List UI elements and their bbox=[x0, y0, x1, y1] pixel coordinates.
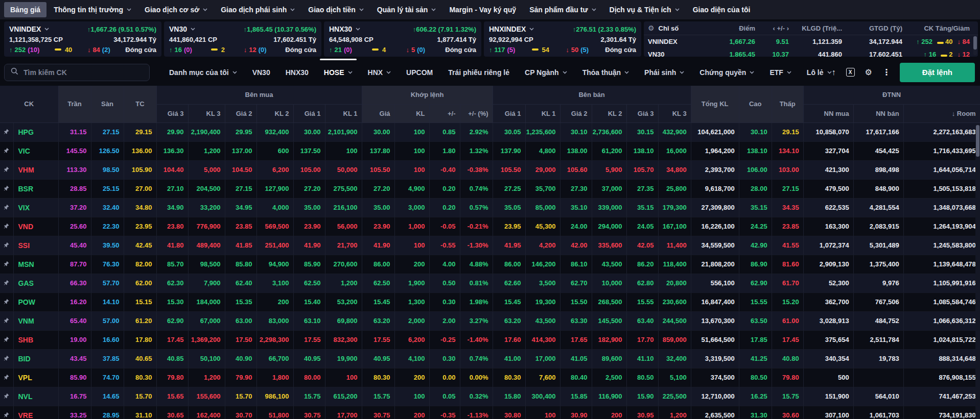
ask-vol-3[interactable]: 859,000 bbox=[658, 330, 691, 349]
ask-price-1[interactable]: 86.00 bbox=[493, 255, 525, 274]
bid-price-2[interactable]: 40.90 bbox=[225, 349, 256, 368]
bid-vol-3[interactable]: 155,600 bbox=[188, 387, 225, 406]
ask-price-2[interactable]: 42.00 bbox=[560, 236, 592, 255]
ask-vol-1[interactable]: 146,200 bbox=[525, 255, 560, 274]
bid-vol-3[interactable]: 489,400 bbox=[188, 236, 225, 255]
pin-icon[interactable] bbox=[0, 141, 13, 160]
tab-l-l-[interactable]: Lô lẻ bbox=[807, 59, 832, 86]
ask-vol-1[interactable]: 7,600 bbox=[525, 368, 560, 387]
bid-vol-2[interactable]: 2,298,300 bbox=[256, 330, 293, 349]
bid-vol-3[interactable]: 50,100 bbox=[188, 349, 225, 368]
bid-vol-2[interactable]: 6,200 bbox=[256, 160, 293, 179]
bid-price-3[interactable]: 29.90 bbox=[156, 122, 188, 141]
ask-vol-3[interactable]: 34,800 bbox=[658, 160, 691, 179]
ask-vol-1[interactable]: 300,400 bbox=[525, 387, 560, 406]
bid-vol-2[interactable]: 932,400 bbox=[256, 122, 293, 141]
ask-price-2[interactable]: 24.00 bbox=[560, 217, 592, 236]
tab-ch-ng-quy-n[interactable]: Chứng quyền bbox=[699, 59, 754, 86]
ticker-cell[interactable]: BID bbox=[13, 349, 58, 368]
tab-hose[interactable]: HOSE bbox=[324, 59, 353, 86]
bid-vol-2[interactable]: 600 bbox=[256, 141, 293, 160]
ask-vol-1[interactable]: 4,800 bbox=[525, 141, 560, 160]
bid-price-1[interactable]: 62.50 bbox=[293, 274, 325, 292]
ask-vol-2[interactable]: 43,500 bbox=[592, 255, 626, 274]
bid-price-1[interactable]: 30.00 bbox=[293, 122, 325, 141]
bid-vol-3[interactable]: 67,000 bbox=[188, 311, 225, 330]
ask-vol-2[interactable]: 37,000 bbox=[592, 179, 626, 198]
menu-item[interactable]: Giao diện của tôi bbox=[687, 2, 757, 17]
ask-price-1[interactable]: 30.80 bbox=[493, 406, 525, 419]
pin-icon[interactable] bbox=[0, 330, 13, 349]
ask-price-2[interactable]: 105.60 bbox=[560, 160, 592, 179]
gear-icon[interactable]: ⚙ bbox=[865, 67, 872, 77]
pin-icon[interactable] bbox=[0, 160, 13, 179]
ask-vol-2[interactable]: 339,000 bbox=[592, 198, 626, 217]
ask-vol-1[interactable]: 35,700 bbox=[525, 179, 560, 198]
excel-export-icon[interactable]: X bbox=[846, 68, 855, 77]
tab-tr-i-phi-u-ri-ng-l-[interactable]: Trái phiếu riêng lẻ bbox=[448, 59, 509, 86]
ask-vol-2[interactable]: 335,600 bbox=[592, 236, 626, 255]
gear-icon[interactable]: ⚙ bbox=[648, 24, 655, 32]
ticker-cell[interactable]: VNM bbox=[13, 311, 58, 330]
bid-price-1[interactable]: 41.90 bbox=[293, 236, 325, 255]
ask-vol-3[interactable]: 230,600 bbox=[658, 292, 691, 311]
bid-price-3[interactable]: 15.65 bbox=[156, 387, 188, 406]
bid-price-2[interactable]: 79.90 bbox=[225, 368, 256, 387]
ask-vol-2[interactable]: 200 bbox=[592, 406, 626, 419]
ticker-cell[interactable]: VPL bbox=[13, 368, 58, 387]
stock-row[interactable]: VPL85.9074.7080.3079.801,20079.901,80080… bbox=[0, 368, 980, 387]
ask-price-2[interactable]: 17.65 bbox=[560, 330, 592, 349]
menu-item[interactable]: Giao dịch cơ sở bbox=[138, 2, 214, 17]
bid-vol-2[interactable]: 986,100 bbox=[256, 387, 293, 406]
header-sub-foreign[interactable]: ↓ Room bbox=[903, 104, 980, 122]
bid-price-3[interactable]: 34.90 bbox=[156, 198, 188, 217]
bid-vol-2[interactable]: 569,500 bbox=[256, 217, 293, 236]
ask-price-2[interactable]: 30.10 bbox=[560, 122, 592, 141]
pin-icon[interactable] bbox=[0, 236, 13, 255]
bid-vol-1[interactable]: 1,200 bbox=[325, 274, 362, 292]
pin-icon[interactable] bbox=[0, 387, 13, 406]
ask-vol-2[interactable]: 268,500 bbox=[592, 292, 626, 311]
ask-vol-3[interactable]: 167,100 bbox=[658, 217, 691, 236]
ask-vol-1[interactable]: 4,200 bbox=[525, 236, 560, 255]
ask-vol-2[interactable]: 116,900 bbox=[592, 387, 626, 406]
bid-vol-2[interactable]: 251,400 bbox=[256, 236, 293, 255]
bid-vol-1[interactable]: 832,300 bbox=[325, 330, 362, 349]
bid-price-3[interactable]: 15.30 bbox=[156, 292, 188, 311]
ask-price-3[interactable]: 15.90 bbox=[626, 387, 658, 406]
bid-vol-2[interactable]: 127,900 bbox=[256, 179, 293, 198]
menu-item[interactable]: Giao dịch phái sinh bbox=[215, 2, 301, 17]
stock-row[interactable]: SHB19.0016.6017.8017.451,369,20017.502,2… bbox=[0, 330, 980, 349]
bid-vol-3[interactable]: 776,900 bbox=[188, 217, 225, 236]
ticker-cell[interactable]: HPG bbox=[13, 122, 58, 141]
ask-price-3[interactable]: 15.55 bbox=[626, 292, 658, 311]
ask-price-1[interactable]: 35.05 bbox=[493, 198, 525, 217]
bid-price-3[interactable]: 41.80 bbox=[156, 236, 188, 255]
ask-vol-3[interactable]: 244,500 bbox=[658, 311, 691, 330]
pin-icon[interactable] bbox=[0, 311, 13, 330]
ask-price-1[interactable]: 80.30 bbox=[493, 368, 525, 387]
bid-vol-2[interactable]: 51,800 bbox=[256, 406, 293, 419]
panel-scrollbar[interactable] bbox=[973, 36, 977, 55]
ask-price-3[interactable]: 80.50 bbox=[626, 368, 658, 387]
menu-item[interactable]: Sản phẩm đầu tư bbox=[523, 2, 602, 17]
ticker-cell[interactable]: VIC bbox=[13, 141, 58, 160]
ask-price-3[interactable]: 62.80 bbox=[626, 274, 658, 292]
bid-price-1[interactable]: 105.00 bbox=[293, 160, 325, 179]
ask-vol-2[interactable]: 145,500 bbox=[592, 311, 626, 330]
stock-row[interactable]: VRE33.2528.9531.1030.65162,40030.7051,80… bbox=[0, 406, 980, 419]
bid-vol-1[interactable]: 17,700 bbox=[325, 406, 362, 419]
ask-price-2[interactable]: 80.40 bbox=[560, 368, 592, 387]
pin-icon[interactable] bbox=[0, 255, 13, 274]
bid-vol-3[interactable]: 204,500 bbox=[188, 179, 225, 198]
bid-vol-1[interactable]: 216,100 bbox=[325, 198, 362, 217]
bid-price-3[interactable]: 40.85 bbox=[156, 349, 188, 368]
stock-row[interactable]: NVL16.7514.6515.7015.65155,60015.70986,1… bbox=[0, 387, 980, 406]
ticker-cell[interactable]: GAS bbox=[13, 274, 58, 292]
bid-vol-3[interactable]: 98,500 bbox=[188, 255, 225, 274]
tab-etf[interactable]: ETF bbox=[769, 59, 791, 86]
bid-price-1[interactable]: 40.95 bbox=[293, 349, 325, 368]
ask-vol-1[interactable]: 19,300 bbox=[525, 292, 560, 311]
pin-icon[interactable] bbox=[0, 198, 13, 217]
stock-row[interactable]: SSI45.4039.5042.4541.80489,40041.85251,4… bbox=[0, 236, 980, 255]
